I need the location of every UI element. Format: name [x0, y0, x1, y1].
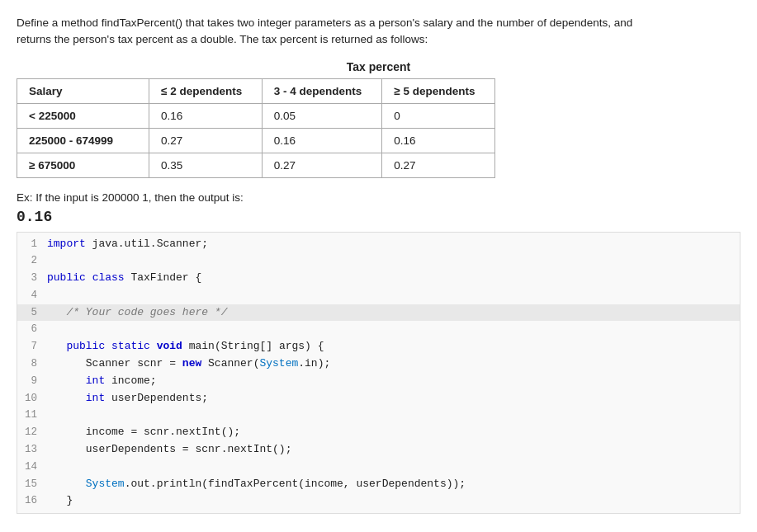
- line-number: 9: [17, 373, 45, 389]
- line-content: [45, 321, 54, 338]
- line-number: 12: [17, 424, 45, 440]
- col-header-salary: Salary: [17, 78, 149, 103]
- table-row: ≥ 675000 0.35 0.27 0.27: [17, 153, 495, 177]
- description: Define a method findTaxPercent() that ta…: [17, 15, 740, 49]
- code-line-4: 4: [17, 287, 740, 304]
- val-cell: 0.16: [149, 103, 263, 128]
- line-content: [45, 252, 54, 270]
- line-content: public class TaxFinder {: [45, 270, 201, 287]
- line-number: 2: [17, 252, 45, 269]
- line-content: [45, 407, 54, 424]
- code-line-7: 7 public static void main(String[] args)…: [17, 338, 740, 355]
- line-number: 14: [17, 459, 45, 475]
- val-cell: 0.16: [382, 128, 495, 153]
- code-line-16: 16 }: [17, 492, 740, 510]
- salary-cell: 225000 - 674999: [17, 128, 149, 153]
- tax-table: Salary ≤ 2 dependents 3 - 4 dependents ≥…: [17, 78, 495, 178]
- code-line-9: 9 int income;: [17, 373, 740, 390]
- code-line-15: 15 System.out.println(findTaxPercent(inc…: [17, 476, 740, 493]
- col-header-5dep: ≥ 5 dependents: [382, 78, 495, 103]
- code-line-5: 5 /* Your code goes here */: [17, 304, 740, 322]
- code-line-6: 6: [17, 321, 740, 338]
- line-content: /* Your code goes here */: [45, 304, 227, 322]
- line-content: public static void main(String[] args) {: [45, 338, 324, 355]
- val-cell: 0.27: [382, 153, 495, 177]
- code-line-3: 3 public class TaxFinder {: [17, 270, 740, 287]
- table-title: Tax percent: [17, 60, 740, 73]
- col-header-2dep: ≤ 2 dependents: [149, 78, 263, 103]
- line-content: income = scnr.nextInt();: [45, 424, 240, 441]
- line-content: int userDependents;: [45, 390, 208, 407]
- salary-cell: ≥ 675000: [17, 153, 149, 177]
- line-content: int income;: [45, 373, 157, 390]
- code-line-12: 12 income = scnr.nextInt();: [17, 424, 740, 441]
- line-number: 8: [17, 355, 45, 372]
- code-line-2: 2: [17, 252, 740, 270]
- code-line-14: 14: [17, 459, 740, 476]
- line-number: 10: [17, 390, 45, 407]
- code-block: 1 import java.util.Scanner; 2 3 public c…: [17, 232, 740, 515]
- line-number: 13: [17, 441, 45, 458]
- code-line-1: 1 import java.util.Scanner;: [17, 236, 740, 253]
- code-line-13: 13 userDependents = scnr.nextInt();: [17, 441, 740, 459]
- line-number: 3: [17, 270, 45, 286]
- val-cell: 0.16: [262, 128, 382, 153]
- line-content: [45, 459, 54, 476]
- line-content: userDependents = scnr.nextInt();: [45, 441, 291, 459]
- val-cell: 0.05: [262, 103, 382, 128]
- line-content: [45, 287, 54, 304]
- line-content: Scanner scnr = new Scanner(System.in);: [45, 355, 330, 373]
- line-content: System.out.println(findTaxPercent(income…: [45, 476, 466, 493]
- val-cell: 0.35: [149, 153, 263, 177]
- line-number: 5: [17, 304, 45, 321]
- example-text: Ex: If the input is 200000 1, then the o…: [17, 191, 740, 204]
- output-value: 0.16: [17, 209, 740, 225]
- line-number: 15: [17, 476, 45, 492]
- table-row: < 225000 0.16 0.05 0: [17, 103, 495, 128]
- code-line-11: 11: [17, 407, 740, 424]
- line-number: 7: [17, 338, 45, 355]
- salary-cell: < 225000: [17, 103, 149, 128]
- line-number: 1: [17, 236, 45, 252]
- line-number: 4: [17, 287, 45, 304]
- line-content: }: [45, 492, 73, 510]
- line-number: 11: [17, 407, 45, 423]
- table-row: 225000 - 674999 0.27 0.16 0.16: [17, 128, 495, 153]
- val-cell: 0.27: [149, 128, 263, 153]
- line-number: 6: [17, 321, 45, 337]
- line-number: 16: [17, 492, 45, 509]
- code-line-10: 10 int userDependents;: [17, 390, 740, 407]
- val-cell: 0: [382, 103, 495, 128]
- val-cell: 0.27: [262, 153, 382, 177]
- col-header-34dep: 3 - 4 dependents: [262, 78, 382, 103]
- line-content: import java.util.Scanner;: [45, 236, 208, 253]
- code-line-8: 8 Scanner scnr = new Scanner(System.in);: [17, 355, 740, 373]
